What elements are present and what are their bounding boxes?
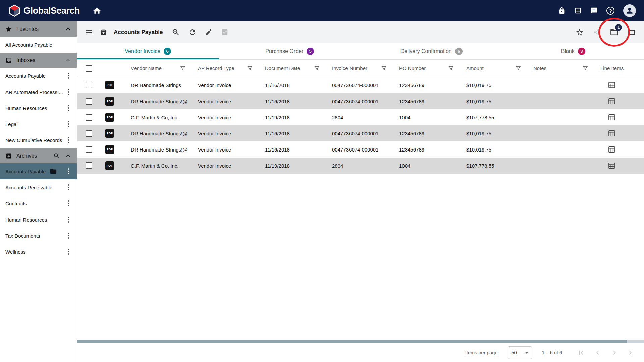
pdf-document-icon[interactable]: PDF <box>105 145 114 154</box>
kebab-menu-icon[interactable] <box>65 215 71 224</box>
table-row[interactable]: PDF C.F. Martin & Co, Inc. Vendor Invoic… <box>77 158 644 174</box>
avatar[interactable] <box>623 4 636 17</box>
filter-icon[interactable] <box>582 65 588 71</box>
next-page-button[interactable] <box>610 349 619 357</box>
horizontal-scrollbar[interactable] <box>77 340 644 343</box>
sidebar-item-wellness[interactable]: Wellness <box>0 244 77 260</box>
filter-icon[interactable] <box>515 65 521 71</box>
help-button[interactable]: ? <box>606 7 614 15</box>
tab-delivery-confirmation[interactable]: Delivery Confirmation 6 <box>361 43 502 59</box>
kebab-menu-icon[interactable] <box>65 71 71 80</box>
home-button[interactable] <box>93 6 101 15</box>
pdf-document-icon[interactable]: PDF <box>105 81 114 89</box>
pdf-document-icon[interactable]: PDF <box>105 97 114 106</box>
sidebar-item-inbox-accounts-payable[interactable]: Accounts Payable <box>0 68 77 84</box>
sidebar-item-label: Contracts <box>5 201 27 206</box>
kebab-menu-icon[interactable] <box>65 87 71 97</box>
edit-button[interactable] <box>205 28 212 36</box>
inboxes-header[interactable]: Inboxes <box>0 53 77 68</box>
kebab-menu-icon[interactable] <box>65 167 71 176</box>
refresh-button[interactable] <box>188 28 196 36</box>
filter-icon[interactable] <box>247 65 253 71</box>
select-all-checkbox[interactable] <box>86 65 92 72</box>
multi-select-button[interactable] <box>221 28 228 36</box>
favorite-button[interactable] <box>576 28 584 36</box>
favorites-header[interactable]: Favorites <box>0 21 77 37</box>
filter-icon[interactable] <box>314 65 320 71</box>
filter-icon[interactable] <box>448 65 454 71</box>
column-header-notes[interactable]: Notes <box>533 65 546 71</box>
brand-logo[interactable]: GlobalSearch <box>8 4 80 17</box>
archives-header[interactable]: Archives <box>0 148 77 163</box>
sidebar-item-all-accounts-payable[interactable]: All Accounts Payable <box>0 37 77 53</box>
filter-icon[interactable] <box>381 65 387 71</box>
kebab-menu-icon[interactable] <box>65 247 71 256</box>
sidebar-item-archive-human-resources[interactable]: Human Resources <box>0 212 77 228</box>
line-items-icon[interactable] <box>608 114 644 120</box>
sidebar-item-accounts-receivable[interactable]: Accounts Receivable <box>0 179 77 195</box>
tab-count-badge: 6 <box>455 48 463 55</box>
kebab-menu-icon[interactable] <box>65 119 71 129</box>
pdf-document-icon[interactable]: PDF <box>105 129 114 138</box>
row-checkbox[interactable] <box>86 162 92 169</box>
sidebar-item-contracts[interactable]: Contracts <box>0 195 77 212</box>
column-header-ap-record-type[interactable]: AP Record Type <box>198 65 234 71</box>
line-items-icon[interactable] <box>608 98 644 104</box>
chat-button[interactable] <box>590 7 598 14</box>
table-row[interactable]: PDF DR Handmade Strings Vendor Invoice 1… <box>77 77 644 93</box>
column-header-document-date[interactable]: Document Date <box>265 65 300 71</box>
column-header-invoice-number[interactable]: Invoice Number <box>332 65 367 71</box>
refine-search-button[interactable] <box>171 28 179 36</box>
chevron-up-icon[interactable] <box>65 26 71 33</box>
items-per-page-select[interactable]: 50 <box>508 346 532 359</box>
row-checkbox[interactable] <box>86 98 92 105</box>
column-header-line-items[interactable]: Line Items <box>600 65 624 71</box>
row-checkbox[interactable] <box>86 82 92 88</box>
kebab-menu-icon[interactable] <box>65 183 71 192</box>
column-header-vendor-name[interactable]: Vendor Name <box>131 65 162 71</box>
share-button[interactable] <box>593 28 600 36</box>
table-row[interactable]: PDF DR Handmade Strings!@ Vendor Invoice… <box>77 125 644 141</box>
sidebar-item-label: Human Resources <box>5 105 47 111</box>
menu-button[interactable] <box>85 28 93 36</box>
previous-page-button[interactable] <box>594 349 602 357</box>
row-checkbox[interactable] <box>86 146 92 153</box>
kebab-menu-icon[interactable] <box>65 199 71 208</box>
line-items-icon[interactable] <box>608 130 644 136</box>
column-header-po-number[interactable]: PO Number <box>399 65 426 71</box>
view-columns-button[interactable] <box>628 28 636 36</box>
sidebar-item-tax-documents[interactable]: Tax Documents <box>0 228 77 244</box>
line-items-icon[interactable] <box>608 146 644 153</box>
table-row[interactable]: PDF DR Handmade Strings!@ Vendor Invoice… <box>77 141 644 158</box>
checked-out-documents-button[interactable]: 1 <box>610 28 619 37</box>
sidebar-item-ar-automated-process[interactable]: AR Automated Process ... <box>0 84 77 100</box>
scrollbar-thumb[interactable] <box>77 340 627 343</box>
sidebar-item-legal[interactable]: Legal <box>0 116 77 132</box>
tab-vendor-invoice[interactable]: Vendor Invoice 6 <box>77 43 219 59</box>
sidebar-item-new-cumulative-records[interactable]: New Cumulative Records <box>0 132 77 148</box>
row-checkbox[interactable] <box>86 130 92 137</box>
pdf-document-icon[interactable]: PDF <box>105 113 114 122</box>
row-checkbox[interactable] <box>86 114 92 121</box>
pdf-document-icon[interactable]: PDF <box>105 161 114 170</box>
sidebar-item-inbox-human-resources[interactable]: Human Resources <box>0 100 77 116</box>
chevron-up-icon[interactable] <box>65 57 71 64</box>
table-row[interactable]: PDF DR Handmade Strings!@ Vendor Invoice… <box>77 93 644 109</box>
chevron-up-icon[interactable] <box>65 153 71 159</box>
last-page-button[interactable] <box>627 349 635 357</box>
grid-view-button[interactable] <box>574 7 582 14</box>
column-header-amount[interactable]: Amount <box>466 65 484 71</box>
tab-blank[interactable]: Blank 3 <box>502 43 644 59</box>
search-icon[interactable] <box>53 153 60 159</box>
kebab-menu-icon[interactable] <box>65 103 71 113</box>
line-items-icon[interactable] <box>608 163 644 169</box>
lock-button[interactable] <box>558 7 566 14</box>
filter-icon[interactable] <box>180 65 186 71</box>
tab-purchase-order[interactable]: Purchase Order 5 <box>219 43 361 59</box>
sidebar-item-archive-accounts-payable[interactable]: Accounts Payable <box>0 163 77 179</box>
kebab-menu-icon[interactable] <box>65 135 71 145</box>
first-page-button[interactable] <box>577 349 585 357</box>
kebab-menu-icon[interactable] <box>65 231 71 240</box>
line-items-icon[interactable] <box>608 82 644 88</box>
table-row[interactable]: PDF C.F. Martin & Co, Inc. Vendor Invoic… <box>77 109 644 125</box>
